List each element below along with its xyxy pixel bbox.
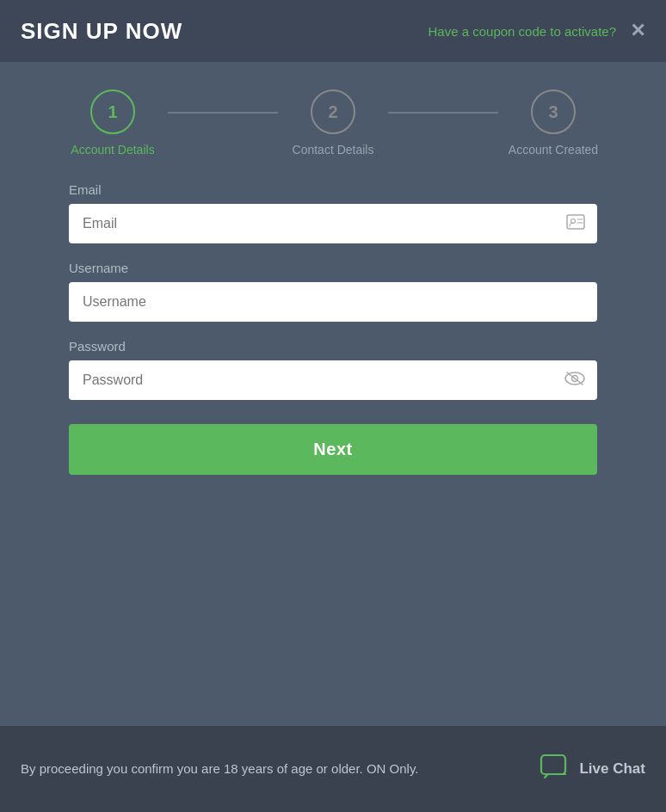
- svg-line-6: [567, 372, 583, 384]
- connector-1-2: [168, 112, 278, 114]
- connector-2-3: [388, 112, 498, 114]
- stepper: 1 Account Details 2 Contact Details 3 Ac…: [58, 89, 608, 157]
- step-1: 1 Account Details: [58, 89, 168, 157]
- chat-icon: [540, 754, 570, 784]
- live-chat-button[interactable]: Live Chat: [540, 754, 645, 784]
- username-label: Username: [69, 261, 597, 275]
- close-button[interactable]: ✕: [630, 22, 645, 40]
- password-group: Password: [69, 339, 597, 400]
- header: SIGN UP NOW Have a coupon code to activa…: [0, 0, 666, 62]
- email-label: Email: [69, 182, 597, 197]
- next-button[interactable]: Next: [69, 424, 597, 475]
- form-container: Email Username: [0, 174, 666, 726]
- password-input-wrapper: [69, 360, 597, 400]
- step-3-label: Account Created: [509, 143, 598, 157]
- main-content: 1 Account Details 2 Contact Details 3 Ac…: [0, 62, 666, 726]
- coupon-link[interactable]: Have a coupon code to activate?: [429, 24, 616, 39]
- live-chat-label: Live Chat: [579, 760, 645, 778]
- app-title: SIGN UP NOW: [21, 18, 182, 45]
- step-2-circle: 2: [311, 89, 355, 134]
- username-input[interactable]: [69, 282, 597, 322]
- step-3: 3 Account Created: [498, 89, 608, 157]
- stepper-container: 1 Account Details 2 Contact Details 3 Ac…: [0, 62, 666, 174]
- step-2: 2 Contact Details: [278, 89, 388, 157]
- footer: By proceeding you confirm you are 18 yea…: [0, 726, 666, 812]
- step-1-circle: 1: [90, 89, 135, 134]
- username-input-wrapper: [69, 282, 597, 322]
- svg-rect-7: [541, 755, 565, 774]
- password-label: Password: [69, 339, 597, 354]
- step-3-circle: 3: [531, 89, 576, 134]
- email-input-wrapper: [69, 204, 597, 243]
- step-2-label: Contact Details: [293, 143, 374, 157]
- email-group: Email: [69, 182, 597, 243]
- toggle-password-icon[interactable]: [564, 371, 585, 391]
- step-1-label: Account Details: [71, 143, 154, 157]
- password-input[interactable]: [69, 360, 597, 400]
- email-input[interactable]: [69, 204, 597, 243]
- header-right: Have a coupon code to activate? ✕: [429, 22, 645, 40]
- username-group: Username: [69, 261, 597, 322]
- footer-disclaimer: By proceeding you confirm you are 18 yea…: [21, 760, 418, 779]
